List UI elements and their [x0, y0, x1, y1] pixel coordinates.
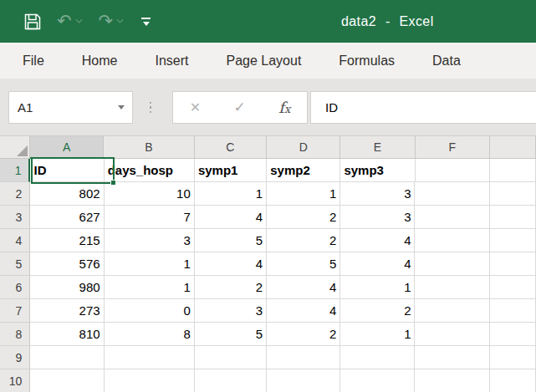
- cell-F4[interactable]: [415, 229, 489, 252]
- tab-insert[interactable]: Insert: [155, 53, 188, 69]
- insert-function-icon[interactable]: fx: [278, 99, 290, 116]
- cell-F1[interactable]: [416, 159, 490, 182]
- cell-D1[interactable]: symp2: [267, 159, 340, 182]
- cell-B10[interactable]: [105, 369, 195, 392]
- cell-B1[interactable]: days_hosp: [105, 159, 195, 182]
- cell-A3[interactable]: 627: [30, 206, 104, 229]
- cell-B5[interactable]: 1: [105, 252, 195, 276]
- cell-F6[interactable]: [415, 276, 489, 299]
- sheet-row-4: 42153524: [0, 229, 536, 252]
- cell-D10[interactable]: [267, 369, 340, 392]
- cell-A1[interactable]: ID: [30, 159, 104, 182]
- cell-E7[interactable]: 2: [340, 299, 415, 323]
- row-header-4[interactable]: 4: [0, 229, 30, 252]
- row-header-10[interactable]: 10: [0, 369, 30, 392]
- column-header-D[interactable]: D: [267, 136, 340, 159]
- fill-handle[interactable]: [110, 180, 116, 186]
- cell-A2[interactable]: 802: [30, 182, 104, 206]
- row-header-1[interactable]: 1: [0, 159, 30, 182]
- cell-A7[interactable]: 273: [30, 299, 104, 323]
- cell-D3[interactable]: 2: [267, 206, 340, 229]
- cell-C4[interactable]: 5: [195, 229, 267, 252]
- row-header-7[interactable]: 7: [0, 299, 30, 323]
- cell-A9[interactable]: [30, 346, 104, 369]
- cell-F2[interactable]: [415, 182, 489, 206]
- cell-B9[interactable]: [105, 346, 195, 369]
- redo-dropdown-icon[interactable]: [117, 17, 124, 23]
- cell-E9[interactable]: [340, 346, 415, 369]
- cell-D2[interactable]: 1: [267, 182, 340, 206]
- cell-C6[interactable]: 2: [195, 276, 267, 299]
- cell-E10[interactable]: [340, 369, 415, 392]
- tab-file[interactable]: File: [23, 53, 44, 69]
- column-header-B[interactable]: B: [104, 136, 194, 159]
- tab-data[interactable]: Data: [432, 53, 461, 69]
- cell-F10[interactable]: [415, 369, 489, 392]
- cell-E2[interactable]: 3: [340, 182, 415, 206]
- cell-C3[interactable]: 4: [195, 206, 267, 229]
- cell-B6[interactable]: 1: [105, 276, 195, 299]
- column-header-C[interactable]: C: [195, 136, 267, 159]
- enter-icon[interactable]: ✓: [234, 99, 246, 116]
- cell-E8[interactable]: 1: [340, 323, 415, 346]
- cell-F7[interactable]: [415, 299, 489, 323]
- cell-C5[interactable]: 4: [195, 252, 267, 276]
- cell-D4[interactable]: 2: [267, 229, 340, 252]
- cell-C9[interactable]: [195, 346, 267, 369]
- cell-A8[interactable]: 810: [30, 323, 104, 346]
- cell-B2[interactable]: 10: [105, 182, 195, 206]
- ribbon-tab-bar: File Home Insert Page Layout Formulas Da…: [0, 43, 536, 79]
- cell-E6[interactable]: 1: [340, 276, 415, 299]
- cell-B8[interactable]: 8: [105, 323, 195, 346]
- cell-C7[interactable]: 3: [195, 299, 267, 323]
- row-header-2[interactable]: 2: [0, 182, 30, 206]
- save-icon[interactable]: [23, 13, 42, 31]
- row-header-5[interactable]: 5: [0, 252, 30, 276]
- cell-C10[interactable]: [195, 369, 267, 392]
- undo-dropdown-icon[interactable]: [75, 17, 82, 23]
- tab-formulas[interactable]: Formulas: [339, 53, 395, 69]
- cell-D8[interactable]: 2: [267, 323, 340, 346]
- select-all-button[interactable]: [0, 136, 30, 159]
- tab-page-layout[interactable]: Page Layout: [226, 53, 301, 69]
- cell-E4[interactable]: 4: [340, 229, 415, 252]
- column-header-E[interactable]: E: [340, 136, 415, 159]
- cell-F9[interactable]: [415, 346, 489, 369]
- undo-icon[interactable]: ↶: [57, 13, 72, 30]
- cell-F3[interactable]: [415, 206, 489, 229]
- cell-D5[interactable]: 5: [267, 252, 340, 276]
- cell-F5[interactable]: [415, 252, 489, 276]
- cell-D9[interactable]: [267, 346, 340, 369]
- row-header-9[interactable]: 9: [0, 346, 30, 369]
- cell-A6[interactable]: 980: [30, 276, 104, 299]
- cell-A5[interactable]: 576: [30, 252, 104, 276]
- formula-input[interactable]: ID: [310, 91, 536, 124]
- row-header-8[interactable]: 8: [0, 323, 30, 346]
- cell-A10[interactable]: [30, 369, 104, 392]
- cell-E5[interactable]: 4: [340, 252, 415, 276]
- name-box-dropdown-icon[interactable]: [118, 105, 125, 109]
- cell-D7[interactable]: 4: [267, 299, 340, 323]
- cell-C2[interactable]: 1: [195, 182, 267, 206]
- row-header-3[interactable]: 3: [0, 206, 30, 229]
- cell-C8[interactable]: 5: [195, 323, 267, 346]
- cell-E1[interactable]: symp3: [340, 159, 415, 182]
- cell-B7[interactable]: 0: [105, 299, 195, 323]
- cell-clipped-2: [490, 182, 536, 206]
- cell-B4[interactable]: 3: [105, 229, 195, 252]
- column-header-F[interactable]: F: [416, 136, 490, 159]
- cell-F8[interactable]: [415, 323, 489, 346]
- cancel-icon[interactable]: ✕: [190, 99, 201, 115]
- cell-C1[interactable]: symp1: [195, 159, 267, 182]
- tab-home[interactable]: Home: [82, 53, 118, 69]
- cell-A4[interactable]: 215: [30, 229, 104, 252]
- cell-D6[interactable]: 4: [267, 276, 340, 299]
- column-header-A[interactable]: A: [30, 136, 104, 159]
- row-header-6[interactable]: 6: [0, 276, 30, 299]
- cell-B3[interactable]: 7: [105, 206, 195, 229]
- sheet-row-5: 55761454: [0, 252, 536, 276]
- redo-icon[interactable]: ↷: [99, 13, 114, 30]
- customize-quick-access-icon[interactable]: [141, 18, 151, 26]
- cell-E3[interactable]: 3: [340, 206, 415, 229]
- name-box[interactable]: A1: [8, 91, 133, 124]
